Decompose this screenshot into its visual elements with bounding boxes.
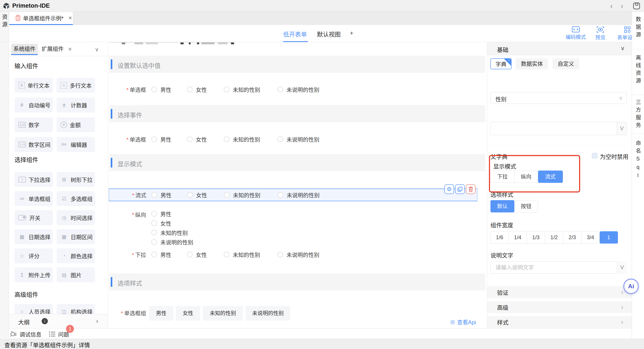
radio-icon[interactable] [278,192,284,198]
variable-suffix-button[interactable]: V [617,261,627,274]
radio-option[interactable]: 未说明的性别 [151,238,193,246]
close-icon[interactable]: × [68,14,72,21]
rail-item-offline[interactable]: 离线资源 [635,55,640,85]
radio-icon[interactable] [187,136,192,142]
radio-icon[interactable] [187,192,193,198]
palette-collapse-chevron-icon[interactable]: ∨ [95,46,99,53]
nav-back-icon[interactable]: ‹ [610,1,613,10]
option-button[interactable]: 女性 [176,306,200,321]
source-tab-dict[interactable]: 字典 ✓ [490,58,512,69]
width-option[interactable]: 1/4 [509,231,527,244]
radio-option[interactable]: 男性 [152,191,172,199]
palette-item-date-range[interactable]: ▦日期区间 [56,229,95,244]
parent-dict-input[interactable]: V [490,122,627,135]
rail-item-resources[interactable]: 资源 [2,14,7,29]
display-mode-option-dropdown[interactable]: 下拉 [490,171,514,183]
view-tab-default[interactable]: 默认视图 [317,30,341,38]
palette-item-counter[interactable]: ±计数器 [56,97,95,112]
radio-icon[interactable] [224,87,230,92]
accordion-validation[interactable]: 验证 › [487,286,632,298]
radio-icon[interactable] [151,252,157,257]
view-api-link[interactable]: ◎ 查看Api [450,318,476,326]
palette-item-number[interactable]: 123数字 [14,117,53,132]
width-option[interactable]: 1/6 [490,231,509,244]
accordion-style[interactable]: 样式 › [487,316,632,328]
help-text-input[interactable] [490,261,627,274]
option-button[interactable]: 未说明的性别 [246,306,290,321]
radio-option[interactable]: 男性 [151,135,171,143]
save-icon[interactable] [632,2,640,10]
radio-option[interactable]: 未说明的性别 [278,251,319,259]
radio-icon[interactable] [151,136,157,142]
option-style-button[interactable]: 按钮 [514,200,538,212]
outline-bar[interactable]: 大纲 i › [9,314,108,328]
dict-type-select[interactable]: 性别 ∨ [490,92,627,104]
preview-button[interactable]: 预览 [585,26,616,41]
radio-icon[interactable] [187,87,192,92]
radio-option[interactable]: 男性 [151,251,171,259]
nav-forward-icon[interactable]: › [621,1,623,10]
ai-assistant-button[interactable]: Ai [624,279,639,294]
selected-component-row[interactable]: *流式 男性 女性 未知的性别 未说明的性别 [109,189,477,201]
radio-option[interactable]: 未知的性别 [224,135,260,143]
radio-icon[interactable] [151,230,157,235]
option-button[interactable]: 男性 [149,306,173,321]
add-view-tab-button[interactable]: + [350,30,353,37]
radio-icon[interactable] [151,220,157,226]
width-option[interactable]: 2/3 [563,231,582,244]
chevron-down-icon[interactable]: ∨ [620,45,625,52]
palette-tab-system[interactable]: 系统组件 [11,44,38,54]
radio-option[interactable]: 未知的性别 [224,251,260,259]
radio-icon[interactable] [278,136,283,142]
component-delete-button[interactable] [466,184,476,194]
radio-icon[interactable] [187,252,192,257]
radio-icon[interactable] [278,87,283,92]
radio-icon[interactable] [224,252,230,257]
radio-option[interactable]: 未说明的性别 [278,191,320,199]
palette-item-rating[interactable]: ☆评分 [14,248,53,263]
palette-item-color-picker[interactable]: ◔颜色选择 [56,248,95,263]
radio-option[interactable]: 男性 [151,85,171,93]
palette-item-checkbox-group[interactable]: ☑多选框组 [56,191,95,206]
rail-item-namedsql[interactable]: 命名Sql [635,140,640,181]
source-tab-custom[interactable]: 自定义 [552,58,579,69]
palette-item-currency[interactable]: ¥金额 [56,117,95,132]
width-option[interactable]: 1/3 [527,231,545,244]
width-option[interactable]: 1/2 [545,231,563,244]
palette-item-single-text[interactable]: A单行文本 [14,78,53,93]
accordion-advanced[interactable]: 高级 › [487,301,632,313]
palette-item-multi-text[interactable]: A多行文本 [56,78,95,93]
disable-when-empty-checkbox[interactable] [592,153,598,158]
radio-option[interactable]: 女性 [187,85,207,93]
width-option[interactable]: 3/4 [582,231,600,244]
palette-item-time-picker[interactable]: ◷时间选择 [56,210,95,225]
view-tab-form[interactable]: 低开表单 [283,30,307,38]
palette-item-file-upload[interactable]: ↥附件上传 [14,268,53,282]
radio-icon[interactable] [224,192,230,198]
palette-item-tree-dropdown[interactable]: ⊞树形下拉 [56,172,95,187]
palette-tab-extended[interactable]: 扩展组件 [42,44,64,54]
width-option[interactable]: 1 [600,231,618,244]
palette-item-date-picker[interactable]: ▦日期选择 [14,229,53,244]
palette-item-number-range[interactable]: 1~3数字区间 [14,137,53,152]
rail-item-datasource[interactable]: 数据源 [635,16,640,39]
radio-option[interactable]: 男性 [151,210,193,218]
option-style-default[interactable]: 默认 [490,200,514,212]
palette-item-auto-number[interactable]: #自动编号 [14,97,53,112]
palette-item-user-picker[interactable]: ○人员选择 [14,304,53,314]
radio-option[interactable]: 女性 [187,135,207,143]
variable-suffix-button[interactable]: V [617,122,627,135]
component-settings-button[interactable]: ⚙ [444,184,454,194]
rail-item-thirdparty[interactable]: 三方服务 [635,99,640,130]
radio-option[interactable]: 未知的性别 [224,191,260,199]
radio-option[interactable]: 女性 [187,251,207,259]
source-tab-entity[interactable]: 数据实体 [516,58,548,69]
radio-option[interactable]: 女性 [187,191,207,199]
radio-option[interactable]: 女性 [151,219,193,227]
debug-info-button[interactable]: 调试信息 [10,330,42,338]
palette-item-switch[interactable]: 开关 [14,210,53,225]
inspector-header[interactable]: 基础 ∨ [487,42,632,55]
component-copy-button[interactable] [455,184,465,194]
info-icon[interactable]: i [42,318,48,324]
display-mode-option-flow[interactable]: 流式 [538,171,563,183]
